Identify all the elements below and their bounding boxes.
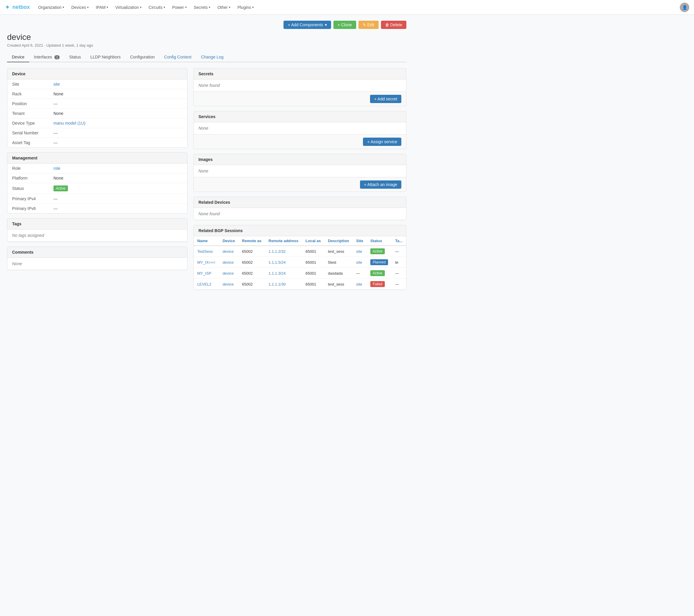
- clone-button[interactable]: + Clone: [333, 21, 356, 29]
- comments-card-header: Comments: [7, 247, 187, 258]
- tab-interfaces[interactable]: Interfaces 1: [29, 52, 65, 62]
- left-column: Device Site site Rack None Position —: [7, 68, 187, 290]
- nav-plugins[interactable]: Plugins ▾: [234, 0, 257, 15]
- position-label: Position: [12, 101, 53, 106]
- role-label: Role: [12, 166, 53, 171]
- tenant-value: None: [53, 111, 183, 116]
- bgp-device-link[interactable]: device: [223, 249, 234, 254]
- bgp-name-link[interactable]: LEVEL2: [197, 282, 212, 287]
- add-components-button[interactable]: + Add Components ▾: [284, 21, 331, 29]
- attach-image-button[interactable]: + Attach an image: [360, 180, 401, 189]
- services-card-header: Services: [194, 111, 406, 122]
- chevron-down-icon: ▾: [164, 6, 165, 9]
- nav-devices[interactable]: Devices ▾: [68, 0, 92, 15]
- add-secret-button[interactable]: + Add secret: [370, 95, 401, 103]
- tags-card-body: No tags assigned: [7, 230, 187, 241]
- secrets-card-header: Secrets: [194, 69, 406, 79]
- ipv4-value: —: [53, 196, 183, 201]
- tab-change-log[interactable]: Change Log: [196, 52, 228, 62]
- user-avatar[interactable]: 👤: [680, 3, 689, 12]
- tab-lldp-neighbors[interactable]: LLDP Neighbors: [86, 52, 125, 62]
- page-content: + Add Components ▾ + Clone ✎ Edit 🗑 Dele…: [0, 15, 414, 296]
- bgp-remote-addr-link[interactable]: 1.1.1.2/32: [269, 249, 286, 254]
- bgp-description: 5test: [325, 257, 353, 268]
- device-type-label: Device Type: [12, 121, 53, 126]
- delete-button[interactable]: 🗑 Delete: [381, 21, 406, 29]
- bgp-site-link[interactable]: site: [356, 260, 362, 265]
- related-devices-card: Related Devices None found: [194, 197, 406, 220]
- site-link[interactable]: site: [53, 82, 60, 87]
- role-link[interactable]: role: [53, 166, 60, 171]
- device-card: Device Site site Rack None Position —: [7, 68, 187, 148]
- chevron-down-icon: ▾: [252, 6, 254, 9]
- bgp-sessions-header: Related BGP Sessions: [194, 225, 406, 236]
- navbar: ✦ netbox Organization ▾ Devices ▾ IPAM ▾…: [0, 0, 694, 15]
- comments-card-body: None: [7, 258, 187, 270]
- status-badge: Active: [53, 185, 68, 192]
- device-site-row: Site site: [7, 79, 187, 89]
- related-devices-none-text: None found: [194, 208, 406, 220]
- assign-service-button[interactable]: + Assign service: [363, 138, 401, 146]
- nav-power[interactable]: Power ▾: [169, 0, 190, 15]
- device-type-link[interactable]: manu model (1U): [53, 121, 85, 126]
- tags-card-header: Tags: [7, 219, 187, 230]
- bgp-remote-addr-link[interactable]: 1.1.1.1/30: [269, 282, 286, 287]
- images-card: Images None + Attach an image: [194, 154, 406, 192]
- bgp-table: Name Device Remote as Remote address Loc…: [194, 236, 406, 290]
- chevron-down-icon: ▾: [209, 6, 210, 9]
- edit-button[interactable]: ✎ Edit: [359, 21, 379, 29]
- services-none-text: None: [194, 122, 406, 134]
- device-tenant-row: Tenant None: [7, 109, 187, 119]
- device-type-value: manu model (1U): [53, 121, 183, 126]
- tab-status[interactable]: Status: [65, 52, 86, 62]
- images-card-header: Images: [194, 154, 406, 165]
- images-none-text: None: [194, 165, 406, 177]
- bgp-name-link[interactable]: MY_ISP: [197, 271, 212, 275]
- page-subtitle: Created April 6, 2021 · Updated 1 week, …: [7, 43, 406, 48]
- bgp-site-link[interactable]: site: [356, 249, 362, 254]
- bgp-device-link[interactable]: device: [223, 271, 234, 275]
- bgp-description: test_sess: [325, 246, 353, 257]
- col-status: Status: [367, 236, 391, 246]
- position-value: —: [53, 101, 183, 106]
- bgp-site-link[interactable]: site: [356, 282, 362, 287]
- nav-virtualization[interactable]: Virtualization ▾: [112, 0, 145, 15]
- bgp-remote-addr-link[interactable]: 1.1.1.5/24: [269, 260, 286, 265]
- bgp-table-header: Name Device Remote as Remote address Loc…: [194, 236, 406, 246]
- tab-configuration[interactable]: Configuration: [125, 52, 159, 62]
- nav-other[interactable]: Other ▾: [214, 0, 234, 15]
- serial-value: —: [53, 130, 183, 135]
- nav-circuits[interactable]: Circuits ▾: [145, 0, 169, 15]
- bgp-device-link[interactable]: device: [223, 260, 234, 265]
- brand-logo[interactable]: ✦ netbox: [5, 3, 30, 11]
- nav-ipam[interactable]: IPAM ▾: [92, 0, 112, 15]
- interfaces-badge: 1: [54, 55, 60, 59]
- tab-config-context[interactable]: Config Context: [160, 52, 196, 62]
- bgp-tag: —: [391, 268, 406, 279]
- ipv6-value: —: [53, 206, 183, 211]
- tab-device[interactable]: Device: [7, 52, 29, 62]
- nav-secrets[interactable]: Secrets ▾: [190, 0, 214, 15]
- bgp-remote-addr-link[interactable]: 1.1.1.3/24: [269, 271, 286, 275]
- platform-label: Platform: [12, 176, 53, 180]
- bgp-name-link[interactable]: TestSess: [197, 249, 213, 254]
- serial-label: Serial Number: [12, 130, 53, 135]
- bgp-name-link[interactable]: MY_IX===: [197, 260, 216, 265]
- nav-organization[interactable]: Organization ▾: [35, 0, 68, 15]
- asset-value: —: [53, 140, 183, 145]
- navbar-right: 👤: [680, 3, 689, 12]
- table-row: MY_ISP device 65002 1.1.1.3/24 65001 das…: [194, 268, 406, 279]
- col-device: Device: [219, 236, 239, 246]
- chevron-down-icon: ▾: [229, 6, 230, 9]
- secrets-card: Secrets None found + Add secret: [194, 68, 406, 106]
- device-asset-row: Asset Tag —: [7, 138, 187, 147]
- mgmt-role-row: Role role: [7, 164, 187, 173]
- role-value: role: [53, 166, 183, 171]
- bgp-remote-as: 65002: [239, 268, 265, 279]
- bgp-device-link[interactable]: device: [223, 282, 234, 287]
- device-card-header: Device: [7, 69, 187, 79]
- device-rack-row: Rack None: [7, 89, 187, 99]
- bgp-remote-as: 65002: [239, 257, 265, 268]
- bgp-tag: te: [391, 257, 406, 268]
- main-grid: Device Site site Rack None Position —: [7, 68, 406, 290]
